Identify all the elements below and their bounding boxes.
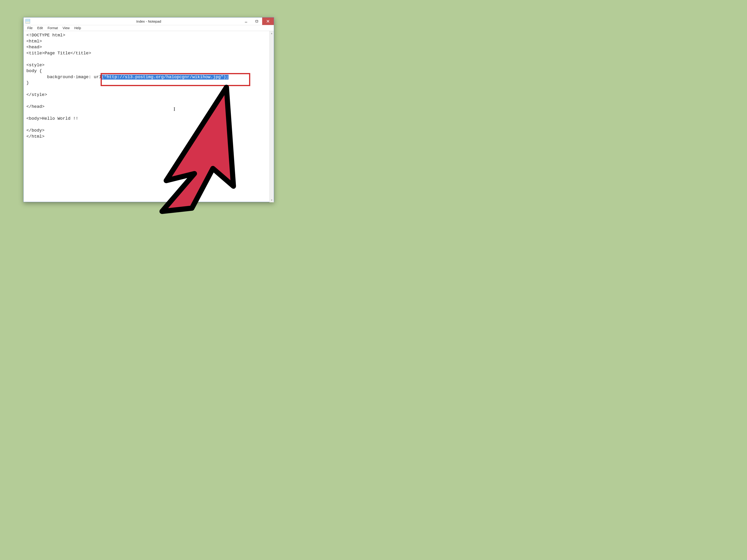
close-button[interactable]	[262, 18, 274, 25]
code-line: </html>	[26, 134, 45, 139]
code-line: <body>Hello World !!	[26, 116, 78, 121]
menu-edit[interactable]: Edit	[35, 26, 45, 30]
code-line: <html>	[26, 39, 42, 44]
menu-bar: File Edit Format View Help	[24, 25, 274, 31]
minimize-icon	[244, 20, 248, 23]
selected-text[interactable]: ("http://s13.postimg.org/ha1opcgnr/wikih…	[102, 75, 229, 80]
close-icon	[266, 20, 269, 23]
code-line-pre: background-image: url	[26, 75, 102, 80]
scroll-up-icon[interactable]: ▴	[271, 31, 273, 35]
scroll-down-icon[interactable]: ▾	[271, 198, 273, 202]
code-line: <title>Page Title</title>	[26, 51, 91, 56]
maximize-icon	[255, 20, 258, 23]
svg-rect-1	[256, 20, 258, 22]
window-title: Index - Notepad	[24, 19, 274, 23]
window-controls	[241, 18, 274, 25]
code-line: </head>	[26, 104, 45, 109]
menu-view[interactable]: View	[60, 26, 72, 30]
notepad-icon	[25, 19, 30, 24]
vertical-scrollbar[interactable]: ▴ ▾	[269, 31, 274, 202]
code-line: body {	[26, 69, 42, 74]
maximize-button[interactable]	[251, 18, 262, 25]
text-editor[interactable]: <!DOCTYPE html> <html> <head> <title>Pag…	[24, 31, 269, 202]
code-line: </style>	[26, 92, 47, 97]
menu-file[interactable]: File	[25, 26, 35, 30]
editor-wrap: <!DOCTYPE html> <html> <head> <title>Pag…	[24, 31, 274, 202]
menu-format[interactable]: Format	[45, 26, 60, 30]
code-line: }	[26, 80, 29, 85]
notepad-window: Index - Notepad File Edit Format View He…	[23, 17, 274, 202]
code-line: <style>	[26, 63, 45, 68]
menu-help[interactable]: Help	[72, 26, 83, 30]
text-cursor-icon: I	[174, 105, 175, 113]
minimize-button[interactable]	[241, 18, 251, 25]
code-line: </body>	[26, 128, 45, 133]
code-line: <head>	[26, 45, 42, 50]
titlebar[interactable]: Index - Notepad	[24, 18, 274, 25]
code-line: <!DOCTYPE html>	[26, 33, 66, 38]
